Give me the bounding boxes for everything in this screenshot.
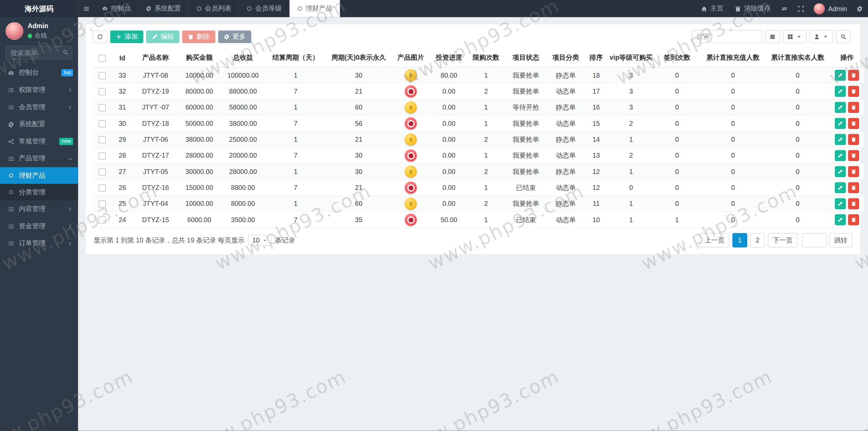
row-edit-button[interactable] [835, 118, 846, 129]
topbar-tab-4[interactable]: 理财产品 [290, 0, 340, 17]
add-button[interactable]: 添加 [110, 30, 143, 43]
fullscreen-button[interactable] [793, 5, 809, 12]
column-header[interactable]: 产品名称 [133, 49, 178, 67]
row-checkbox[interactable] [98, 88, 105, 95]
row-delete-button[interactable] [848, 198, 859, 209]
user-menu[interactable]: Admin [809, 3, 851, 14]
row-checkbox[interactable] [98, 184, 105, 192]
sidebar-item-4[interactable]: 常规管理new [0, 133, 78, 150]
delete-button[interactable]: 删除 [182, 30, 215, 43]
sidebar-item-7[interactable]: 资金管理 [0, 218, 78, 235]
row-checkbox[interactable] [98, 169, 105, 176]
column-header[interactable]: 累计直推实名人数 [766, 49, 830, 67]
jump-button[interactable]: 跳转 [829, 233, 853, 247]
clear-cache-link[interactable]: 清除缓存 [729, 4, 776, 13]
sidebar-item-2[interactable]: 会员管理 [0, 99, 78, 116]
row-checkbox[interactable] [98, 152, 105, 159]
view-toggle-button[interactable] [765, 30, 780, 43]
column-header[interactable]: 累计直推充值人数 [700, 49, 766, 67]
row-edit-button[interactable] [835, 70, 846, 81]
table-search-input[interactable] [691, 30, 762, 43]
column-header[interactable]: 投资进度 [430, 49, 468, 67]
cell-product-name: JTYT-04 [133, 196, 178, 212]
columns-button[interactable] [783, 30, 807, 43]
page-jump-input[interactable] [802, 233, 827, 247]
sidebar-item-5[interactable]: 产品管理 [0, 150, 78, 167]
page-size-select[interactable]: 10 [248, 235, 272, 246]
column-header[interactable]: 项目状态 [504, 49, 547, 67]
sidebar-submenu: 理财产品分类管理 [0, 167, 78, 200]
product-image [405, 150, 417, 162]
row-edit-button[interactable] [835, 150, 846, 161]
select-all-checkbox[interactable] [98, 55, 105, 62]
search-button[interactable] [836, 30, 851, 43]
row-edit-button[interactable] [835, 102, 846, 113]
column-header[interactable]: 排序 [584, 49, 608, 67]
settings-button[interactable] [851, 5, 868, 12]
next-page-button[interactable]: 下一页 [768, 233, 797, 247]
sidebar-subitem-1[interactable]: 分类管理 [0, 184, 78, 200]
sidebar-item-0[interactable]: 控制台hot [0, 64, 78, 81]
row-delete-button[interactable] [848, 86, 859, 97]
records-summary: 显示第 1 到第 10 条记录，总共 19 条记录 每页显示 [94, 236, 244, 245]
column-header[interactable]: 总收益 [221, 49, 265, 67]
topbar-tab-3[interactable]: 会员等级 [239, 0, 290, 17]
topbar-tab-1[interactable]: 系统配置 [138, 0, 189, 17]
row-delete-button[interactable] [848, 102, 859, 113]
row-checkbox[interactable] [98, 217, 105, 224]
table-row: 31JTYT -0760000.0058000.001600.001等待开抢静态… [93, 99, 864, 115]
topbar-tab-0[interactable]: 控制台 [95, 0, 138, 17]
row-delete-button[interactable] [848, 182, 859, 193]
cell-category: 静态单 [548, 196, 584, 212]
row-checkbox[interactable] [98, 120, 105, 128]
user-panel[interactable]: Admin 在线 [0, 17, 78, 45]
page-button-1[interactable]: 1 [732, 233, 747, 247]
row-checkbox[interactable] [98, 104, 105, 111]
home-link[interactable]: 主页 [695, 4, 729, 13]
page-button-2[interactable]: 2 [750, 233, 765, 247]
column-header[interactable]: 项目分类 [548, 49, 584, 67]
row-delete-button[interactable] [848, 150, 859, 161]
row-edit-button[interactable] [835, 182, 846, 193]
column-header[interactable]: 签到次数 [654, 49, 700, 67]
cell-realname-users: 0 [766, 212, 830, 228]
row-delete-button[interactable] [848, 70, 859, 81]
sidebar-item-1[interactable]: 权限管理 [0, 81, 78, 99]
sidebar-toggle-button[interactable] [78, 0, 95, 17]
column-header[interactable]: 结算周期（天） [265, 49, 326, 67]
cell-sign-count: 0 [654, 83, 700, 99]
column-header[interactable]: 限购次数 [468, 49, 505, 67]
topbar-tab-2[interactable]: 会员列表 [189, 0, 239, 17]
row-edit-button[interactable] [835, 86, 846, 97]
column-header[interactable]: 周期(天)0表示永久 [326, 49, 392, 67]
row-delete-button[interactable] [848, 214, 859, 226]
sidebar-item-8[interactable]: 订单管理 [0, 235, 78, 252]
row-delete-button[interactable] [848, 166, 859, 177]
column-header[interactable]: 购买金额 [178, 49, 221, 67]
row-checkbox[interactable] [98, 200, 105, 208]
row-delete-button[interactable] [848, 134, 859, 145]
sidebar-item-6[interactable]: 内容管理 [0, 200, 78, 218]
column-header[interactable]: vip等级可购买 [608, 49, 654, 67]
sidebar-subitem-0[interactable]: 理财产品 [0, 167, 78, 184]
sidebar-item-3[interactable]: 系统配置 [0, 116, 78, 133]
prev-page-button[interactable]: 上一页 [700, 233, 730, 247]
cell-id: 24 [111, 212, 133, 228]
language-button[interactable] [776, 5, 793, 12]
column-header[interactable]: 操作 [830, 49, 864, 67]
column-header[interactable]: 产品图片 [391, 49, 430, 67]
more-button[interactable]: 更多 [218, 30, 251, 43]
row-delete-button[interactable] [848, 118, 859, 129]
row-edit-button[interactable] [835, 134, 846, 145]
edit-button[interactable]: 编辑 [146, 30, 179, 43]
refresh-button[interactable] [93, 30, 107, 43]
topbar: 控制台系统配置会员列表会员等级理财产品 主页 清除缓存 Admin [78, 0, 868, 17]
cell-sign-count: 0 [654, 148, 700, 163]
row-checkbox[interactable] [98, 72, 105, 79]
row-edit-button[interactable] [835, 198, 846, 209]
export-button[interactable] [809, 30, 833, 43]
column-header[interactable]: Id [111, 49, 133, 67]
row-checkbox[interactable] [98, 136, 105, 143]
row-edit-button[interactable] [835, 166, 846, 177]
row-edit-button[interactable] [835, 214, 846, 226]
